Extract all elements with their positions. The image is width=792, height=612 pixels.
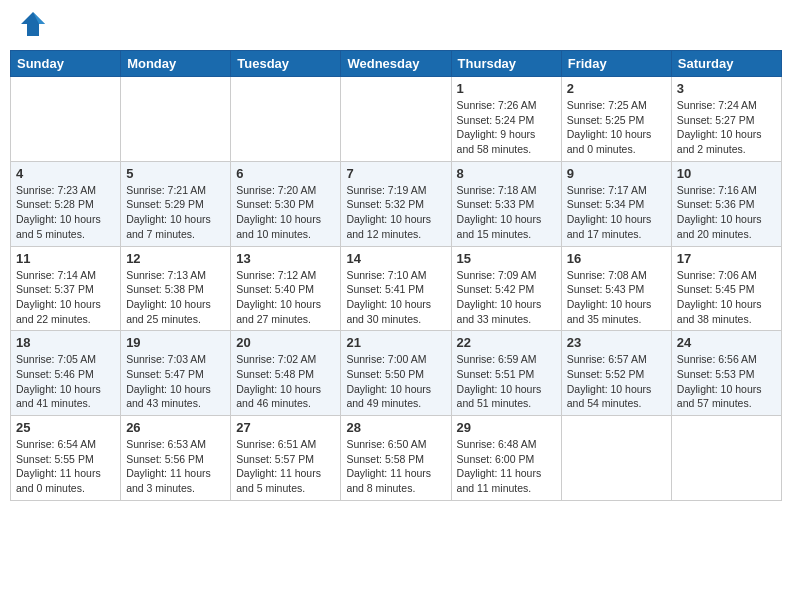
day-number: 4 xyxy=(16,166,115,181)
week-row-4: 18Sunrise: 7:05 AM Sunset: 5:46 PM Dayli… xyxy=(11,331,782,416)
calendar-cell: 11Sunrise: 7:14 AM Sunset: 5:37 PM Dayli… xyxy=(11,246,121,331)
day-info: Sunrise: 6:53 AM Sunset: 5:56 PM Dayligh… xyxy=(126,437,225,496)
day-info: Sunrise: 7:18 AM Sunset: 5:33 PM Dayligh… xyxy=(457,183,556,242)
calendar-cell: 7Sunrise: 7:19 AM Sunset: 5:32 PM Daylig… xyxy=(341,161,451,246)
calendar-cell: 9Sunrise: 7:17 AM Sunset: 5:34 PM Daylig… xyxy=(561,161,671,246)
day-number: 12 xyxy=(126,251,225,266)
day-number: 26 xyxy=(126,420,225,435)
calendar-cell: 20Sunrise: 7:02 AM Sunset: 5:48 PM Dayli… xyxy=(231,331,341,416)
day-info: Sunrise: 7:16 AM Sunset: 5:36 PM Dayligh… xyxy=(677,183,776,242)
calendar-cell xyxy=(671,416,781,501)
calendar-cell xyxy=(231,77,341,162)
day-info: Sunrise: 7:24 AM Sunset: 5:27 PM Dayligh… xyxy=(677,98,776,157)
day-number: 3 xyxy=(677,81,776,96)
day-number: 10 xyxy=(677,166,776,181)
calendar-cell xyxy=(121,77,231,162)
day-header-monday: Monday xyxy=(121,51,231,77)
day-info: Sunrise: 7:23 AM Sunset: 5:28 PM Dayligh… xyxy=(16,183,115,242)
day-info: Sunrise: 7:09 AM Sunset: 5:42 PM Dayligh… xyxy=(457,268,556,327)
day-info: Sunrise: 7:05 AM Sunset: 5:46 PM Dayligh… xyxy=(16,352,115,411)
day-number: 20 xyxy=(236,335,335,350)
calendar-cell: 25Sunrise: 6:54 AM Sunset: 5:55 PM Dayli… xyxy=(11,416,121,501)
day-number: 29 xyxy=(457,420,556,435)
calendar-cell: 19Sunrise: 7:03 AM Sunset: 5:47 PM Dayli… xyxy=(121,331,231,416)
day-number: 1 xyxy=(457,81,556,96)
day-number: 21 xyxy=(346,335,445,350)
day-number: 25 xyxy=(16,420,115,435)
day-number: 15 xyxy=(457,251,556,266)
logo xyxy=(14,10,47,42)
day-number: 9 xyxy=(567,166,666,181)
calendar-table: SundayMondayTuesdayWednesdayThursdayFrid… xyxy=(10,50,782,501)
day-header-wednesday: Wednesday xyxy=(341,51,451,77)
week-row-5: 25Sunrise: 6:54 AM Sunset: 5:55 PM Dayli… xyxy=(11,416,782,501)
day-number: 28 xyxy=(346,420,445,435)
calendar-cell: 22Sunrise: 6:59 AM Sunset: 5:51 PM Dayli… xyxy=(451,331,561,416)
calendar-cell: 6Sunrise: 7:20 AM Sunset: 5:30 PM Daylig… xyxy=(231,161,341,246)
day-info: Sunrise: 7:02 AM Sunset: 5:48 PM Dayligh… xyxy=(236,352,335,411)
day-number: 22 xyxy=(457,335,556,350)
calendar-cell: 8Sunrise: 7:18 AM Sunset: 5:33 PM Daylig… xyxy=(451,161,561,246)
day-info: Sunrise: 7:00 AM Sunset: 5:50 PM Dayligh… xyxy=(346,352,445,411)
calendar-cell xyxy=(341,77,451,162)
calendar-header-row: SundayMondayTuesdayWednesdayThursdayFrid… xyxy=(11,51,782,77)
week-row-3: 11Sunrise: 7:14 AM Sunset: 5:37 PM Dayli… xyxy=(11,246,782,331)
calendar-cell: 13Sunrise: 7:12 AM Sunset: 5:40 PM Dayli… xyxy=(231,246,341,331)
day-header-friday: Friday xyxy=(561,51,671,77)
calendar-cell: 28Sunrise: 6:50 AM Sunset: 5:58 PM Dayli… xyxy=(341,416,451,501)
calendar-cell: 10Sunrise: 7:16 AM Sunset: 5:36 PM Dayli… xyxy=(671,161,781,246)
calendar-cell: 21Sunrise: 7:00 AM Sunset: 5:50 PM Dayli… xyxy=(341,331,451,416)
calendar-cell: 1Sunrise: 7:26 AM Sunset: 5:24 PM Daylig… xyxy=(451,77,561,162)
day-header-thursday: Thursday xyxy=(451,51,561,77)
day-number: 11 xyxy=(16,251,115,266)
day-number: 23 xyxy=(567,335,666,350)
day-info: Sunrise: 7:06 AM Sunset: 5:45 PM Dayligh… xyxy=(677,268,776,327)
calendar-cell xyxy=(561,416,671,501)
day-number: 24 xyxy=(677,335,776,350)
day-number: 2 xyxy=(567,81,666,96)
calendar-cell: 3Sunrise: 7:24 AM Sunset: 5:27 PM Daylig… xyxy=(671,77,781,162)
day-info: Sunrise: 7:14 AM Sunset: 5:37 PM Dayligh… xyxy=(16,268,115,327)
day-number: 8 xyxy=(457,166,556,181)
day-header-sunday: Sunday xyxy=(11,51,121,77)
day-info: Sunrise: 6:50 AM Sunset: 5:58 PM Dayligh… xyxy=(346,437,445,496)
calendar-cell: 14Sunrise: 7:10 AM Sunset: 5:41 PM Dayli… xyxy=(341,246,451,331)
calendar-cell: 29Sunrise: 6:48 AM Sunset: 6:00 PM Dayli… xyxy=(451,416,561,501)
day-info: Sunrise: 7:03 AM Sunset: 5:47 PM Dayligh… xyxy=(126,352,225,411)
day-info: Sunrise: 7:17 AM Sunset: 5:34 PM Dayligh… xyxy=(567,183,666,242)
calendar-cell: 2Sunrise: 7:25 AM Sunset: 5:25 PM Daylig… xyxy=(561,77,671,162)
day-number: 19 xyxy=(126,335,225,350)
calendar-cell: 26Sunrise: 6:53 AM Sunset: 5:56 PM Dayli… xyxy=(121,416,231,501)
day-number: 13 xyxy=(236,251,335,266)
calendar-cell: 17Sunrise: 7:06 AM Sunset: 5:45 PM Dayli… xyxy=(671,246,781,331)
day-header-tuesday: Tuesday xyxy=(231,51,341,77)
day-number: 27 xyxy=(236,420,335,435)
day-info: Sunrise: 6:59 AM Sunset: 5:51 PM Dayligh… xyxy=(457,352,556,411)
day-info: Sunrise: 7:20 AM Sunset: 5:30 PM Dayligh… xyxy=(236,183,335,242)
week-row-2: 4Sunrise: 7:23 AM Sunset: 5:28 PM Daylig… xyxy=(11,161,782,246)
day-number: 17 xyxy=(677,251,776,266)
day-header-saturday: Saturday xyxy=(671,51,781,77)
day-info: Sunrise: 7:12 AM Sunset: 5:40 PM Dayligh… xyxy=(236,268,335,327)
calendar-cell: 5Sunrise: 7:21 AM Sunset: 5:29 PM Daylig… xyxy=(121,161,231,246)
calendar-cell: 18Sunrise: 7:05 AM Sunset: 5:46 PM Dayli… xyxy=(11,331,121,416)
day-info: Sunrise: 6:48 AM Sunset: 6:00 PM Dayligh… xyxy=(457,437,556,496)
day-number: 16 xyxy=(567,251,666,266)
day-info: Sunrise: 6:54 AM Sunset: 5:55 PM Dayligh… xyxy=(16,437,115,496)
day-info: Sunrise: 7:21 AM Sunset: 5:29 PM Dayligh… xyxy=(126,183,225,242)
calendar-cell: 24Sunrise: 6:56 AM Sunset: 5:53 PM Dayli… xyxy=(671,331,781,416)
day-number: 6 xyxy=(236,166,335,181)
calendar-cell: 4Sunrise: 7:23 AM Sunset: 5:28 PM Daylig… xyxy=(11,161,121,246)
day-info: Sunrise: 6:56 AM Sunset: 5:53 PM Dayligh… xyxy=(677,352,776,411)
day-info: Sunrise: 7:26 AM Sunset: 5:24 PM Dayligh… xyxy=(457,98,556,157)
logo-icon xyxy=(19,10,47,42)
calendar-cell: 23Sunrise: 6:57 AM Sunset: 5:52 PM Dayli… xyxy=(561,331,671,416)
day-info: Sunrise: 7:25 AM Sunset: 5:25 PM Dayligh… xyxy=(567,98,666,157)
day-number: 7 xyxy=(346,166,445,181)
calendar-cell: 12Sunrise: 7:13 AM Sunset: 5:38 PM Dayli… xyxy=(121,246,231,331)
calendar-cell: 15Sunrise: 7:09 AM Sunset: 5:42 PM Dayli… xyxy=(451,246,561,331)
calendar-cell: 27Sunrise: 6:51 AM Sunset: 5:57 PM Dayli… xyxy=(231,416,341,501)
page-header xyxy=(10,10,782,42)
week-row-1: 1Sunrise: 7:26 AM Sunset: 5:24 PM Daylig… xyxy=(11,77,782,162)
calendar-cell: 16Sunrise: 7:08 AM Sunset: 5:43 PM Dayli… xyxy=(561,246,671,331)
